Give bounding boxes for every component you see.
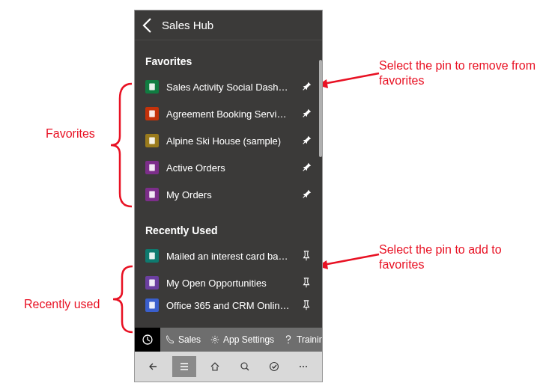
phone-icon xyxy=(165,334,175,345)
entity-icon xyxy=(145,298,159,312)
list-item[interactable]: Office 365 and CRM Online... xyxy=(135,296,322,314)
list-item-label: Office 365 and CRM Online... xyxy=(166,300,291,311)
nav-more-button[interactable] xyxy=(293,356,314,377)
pin-filled-icon xyxy=(301,189,312,200)
svg-rect-16 xyxy=(149,280,155,287)
list-item[interactable]: Agreement Booking Service ... xyxy=(135,100,322,127)
svg-line-13 xyxy=(303,196,305,197)
unpin-button[interactable] xyxy=(298,159,315,176)
annotation-pin-add-label: Select the pin to add to favorites xyxy=(379,242,540,272)
svg-rect-14 xyxy=(149,253,155,260)
list-item-label: My Orders xyxy=(166,189,291,200)
svg-point-26 xyxy=(300,366,301,367)
pin-button[interactable] xyxy=(298,248,315,264)
svg-line-7 xyxy=(303,115,305,117)
list-item-label: Alpine Ski House (sample) xyxy=(166,135,291,147)
list-item[interactable]: Sales Activity Social Dashbo... xyxy=(135,73,322,100)
recent-history-button[interactable] xyxy=(135,328,160,352)
list-item-label: Sales Activity Social Dashbo... xyxy=(166,82,291,93)
entity-icon xyxy=(145,249,159,263)
svg-point-28 xyxy=(306,366,307,367)
nav-home-button[interactable] xyxy=(204,356,225,377)
chevron-left-icon xyxy=(139,16,157,34)
gear-icon xyxy=(210,334,220,345)
svg-line-24 xyxy=(246,368,249,370)
system-nav-bar xyxy=(135,352,322,382)
nav-back-button[interactable] xyxy=(143,356,164,377)
pin-outline-icon xyxy=(301,300,312,310)
home-icon xyxy=(209,361,221,373)
svg-line-11 xyxy=(303,169,305,171)
recently-used-section-title: Recently Used xyxy=(135,221,322,242)
task-circle-icon xyxy=(268,361,280,373)
unpin-button[interactable] xyxy=(298,132,315,149)
list-item[interactable]: Alpine Ski House (sample) xyxy=(135,127,322,154)
list-item[interactable]: My Open Opportunities xyxy=(135,269,322,296)
nav-search-button[interactable] xyxy=(234,356,255,377)
svg-rect-4 xyxy=(149,84,155,91)
command-bar-label: Trainin xyxy=(297,334,322,345)
entity-icon xyxy=(145,134,159,147)
question-icon xyxy=(283,334,294,345)
svg-line-5 xyxy=(303,88,305,90)
list-item[interactable]: Active Orders xyxy=(135,154,322,181)
svg-point-23 xyxy=(241,363,247,369)
hamburger-icon xyxy=(178,361,190,373)
nav-menu-button[interactable] xyxy=(172,356,196,377)
pin-outline-icon xyxy=(301,278,312,288)
history-icon xyxy=(142,334,154,346)
command-bar-label: Sales xyxy=(178,334,201,345)
bottom-bars: SalesApp SettingsTrainin xyxy=(135,328,322,382)
pin-button[interactable] xyxy=(298,297,315,313)
ellipsis-icon xyxy=(297,361,309,373)
annotation-recently-used-brace xyxy=(101,263,134,335)
svg-point-22 xyxy=(288,343,289,344)
entity-icon xyxy=(145,188,159,201)
annotation-recently-used-label: Recently used xyxy=(24,297,100,312)
recently-used-list: Mailed an interest card back...My Open O… xyxy=(135,242,322,314)
entity-icon xyxy=(145,80,159,94)
favorites-list: Sales Activity Social Dashbo...Agreement… xyxy=(135,73,322,208)
list-item-label: Agreement Booking Service ... xyxy=(166,108,291,120)
list-item-label: Mailed an interest card back... xyxy=(166,251,291,262)
app-title: Sales Hub xyxy=(162,19,213,31)
svg-rect-12 xyxy=(149,192,155,198)
back-button[interactable] xyxy=(139,16,157,34)
svg-rect-10 xyxy=(149,165,155,171)
command-bar-item[interactable]: App Settings xyxy=(205,328,279,352)
unpin-button[interactable] xyxy=(298,79,315,95)
svg-point-25 xyxy=(270,363,278,371)
command-bar-label: App Settings xyxy=(223,334,274,345)
annotation-favorites-label: Favorites xyxy=(46,126,95,141)
nav-panel: Favorites Sales Activity Social Dashbo..… xyxy=(135,40,322,328)
command-bar: SalesApp SettingsTrainin xyxy=(135,328,322,352)
scrollbar-thumb[interactable] xyxy=(319,60,322,157)
list-item-label: My Open Opportunities xyxy=(166,278,291,289)
pin-button[interactable] xyxy=(298,275,315,291)
command-bar-item[interactable]: Trainin xyxy=(279,328,322,352)
entity-icon xyxy=(145,276,159,290)
pin-filled-icon xyxy=(301,135,312,146)
svg-rect-8 xyxy=(149,138,155,144)
list-item[interactable]: My Orders xyxy=(135,181,322,208)
unpin-button[interactable] xyxy=(298,105,315,122)
list-item-label: Active Orders xyxy=(166,162,291,174)
svg-point-21 xyxy=(213,338,216,341)
nav-task-button[interactable] xyxy=(264,356,285,377)
arrow-left-icon xyxy=(148,361,160,373)
annotation-pin-add-arrow xyxy=(316,250,383,272)
phone-frame: Sales Hub Favorites Sales Activity Socia… xyxy=(135,10,322,382)
svg-rect-6 xyxy=(149,111,155,117)
svg-line-0 xyxy=(324,73,379,84)
annotation-favorites-brace xyxy=(97,81,133,209)
pin-outline-icon xyxy=(301,251,312,261)
pin-filled-icon xyxy=(301,162,312,173)
pin-filled-icon xyxy=(301,108,312,119)
annotation-pin-remove-label: Select the pin to remove from favorites xyxy=(379,58,540,88)
unpin-button[interactable] xyxy=(298,186,315,203)
pin-filled-icon xyxy=(301,82,312,92)
annotation-pin-remove-arrow xyxy=(316,69,383,91)
list-item[interactable]: Mailed an interest card back... xyxy=(135,242,322,269)
command-bar-item[interactable]: Sales xyxy=(160,328,205,352)
entity-icon xyxy=(145,161,159,174)
